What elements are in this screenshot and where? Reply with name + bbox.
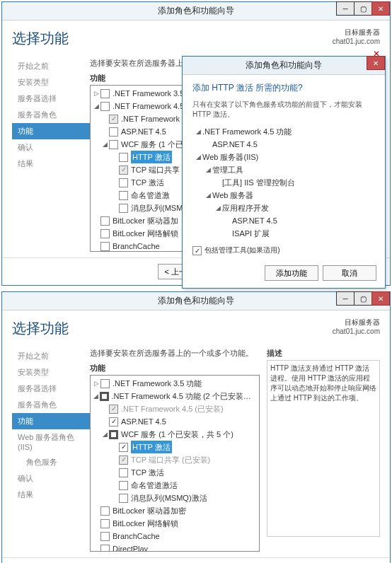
minimize-button[interactable]: ─ xyxy=(336,1,354,16)
close-button[interactable]: ✕ xyxy=(371,1,390,16)
tree-row[interactable]: ▷ASP.NET 4.5 xyxy=(91,415,259,428)
checkbox[interactable] xyxy=(109,417,118,426)
checkbox[interactable] xyxy=(100,242,110,251)
tree-row[interactable]: ◢.NET Framework 4.5 功能 (2 个已安装，共 7 个) xyxy=(91,390,259,402)
checkbox[interactable] xyxy=(119,166,128,175)
nav-step[interactable]: 服务器选择 xyxy=(12,91,90,107)
dependency-label: 管理工具 xyxy=(212,163,243,176)
checkbox[interactable] xyxy=(100,89,110,98)
collapse-icon: ◢ xyxy=(194,151,202,163)
checkbox[interactable] xyxy=(119,468,128,477)
tree-label: DirectPlay xyxy=(113,542,148,552)
nav-step[interactable]: 安装类型 xyxy=(12,74,90,91)
tree-row[interactable]: ▷DirectPlay xyxy=(91,542,259,552)
checkbox[interactable] xyxy=(109,127,118,137)
nav-step[interactable]: 结果 xyxy=(12,156,90,172)
collapse-icon[interactable]: ◢ xyxy=(100,428,109,441)
tree-row[interactable]: ▷.NET Framework 3.5 功能 xyxy=(91,377,259,390)
checkbox[interactable] xyxy=(100,506,110,516)
tree-label: HTTP 激活 xyxy=(131,441,172,453)
collapse-icon[interactable]: ◢ xyxy=(100,138,109,151)
tree-row[interactable]: ◢WCF 服务 (1 个已安装，共 5 个) xyxy=(91,428,259,441)
checkbox[interactable] xyxy=(119,494,128,503)
tree-row[interactable]: ▷BitLocker 网络解锁 xyxy=(91,517,259,530)
features-tree[interactable]: ▷.NET Framework 3.5 功能◢.NET Framework 4.… xyxy=(90,375,260,552)
checkbox[interactable] xyxy=(119,481,128,490)
checkbox[interactable] xyxy=(100,229,110,238)
desc-label: 描述 xyxy=(267,348,380,359)
dependency-dialog: 添加角色和功能向导 ✕ 添加 HTTP 激活 所需的功能? 只有在安装了以下角色… xyxy=(182,56,386,289)
tree-row[interactable]: ▷TCP 激活 xyxy=(91,466,259,479)
nav-step[interactable]: 服务器角色 xyxy=(12,107,90,123)
include-tools-checkbox[interactable] xyxy=(192,246,202,255)
tree-row[interactable]: ▷.NET Framework 4.5 (已安装) xyxy=(91,402,259,415)
tree-row[interactable]: ▷HTTP 激活 xyxy=(91,441,259,453)
checkbox[interactable] xyxy=(119,191,128,200)
nav-step[interactable]: 确认 xyxy=(12,139,90,156)
checkbox[interactable] xyxy=(109,405,118,414)
dialog-cancel-button[interactable]: 取消 xyxy=(323,265,376,281)
nav-step[interactable]: 服务器角色 xyxy=(12,397,90,413)
checkbox[interactable] xyxy=(119,455,128,465)
collapse-icon[interactable]: ◢ xyxy=(92,390,100,402)
collapse-icon: ◢ xyxy=(194,125,202,138)
dependency-item: ◢管理工具 xyxy=(194,163,375,176)
wizard-window-1: 添加角色和功能向导 ─ ▢ ✕ 选择功能 目标服务器 chat01.juc.co… xyxy=(1,1,391,286)
checkbox[interactable] xyxy=(100,532,110,541)
checkbox[interactable] xyxy=(100,216,110,226)
nav-step[interactable]: 功能 xyxy=(12,123,90,139)
expand-icon[interactable]: ▷ xyxy=(92,377,100,390)
tree-label: .NET Framework xyxy=(121,112,180,125)
collapse-icon: ◢ xyxy=(204,189,212,202)
minimize-button[interactable]: ─ xyxy=(336,291,354,306)
checkbox[interactable] xyxy=(100,379,110,388)
dependency-tree: ◢.NET Framework 4.5 功能▷ASP.NET 4.5◢Web 服… xyxy=(194,125,375,240)
nav-step[interactable]: 服务器选择 xyxy=(12,381,90,397)
close-button[interactable]: ✕ xyxy=(371,291,390,306)
tree-label: ASP.NET 4.5 xyxy=(121,125,166,138)
checkbox[interactable] xyxy=(119,178,128,187)
tree-row[interactable]: ▷TCP 端口共享 (已安装) xyxy=(91,453,259,466)
nav-step[interactable]: 确认 xyxy=(12,470,90,487)
tree-label: 命名管道激活 xyxy=(131,479,178,492)
checkbox[interactable] xyxy=(109,115,118,124)
checkbox[interactable] xyxy=(109,430,118,439)
nav-step[interactable]: Web 服务器角色(IIS) xyxy=(12,429,90,454)
target-server: 目标服务器 chat01.juc.com xyxy=(333,318,380,335)
nav-step[interactable]: 角色服务 xyxy=(12,454,90,470)
add-features-button[interactable]: 添加功能 xyxy=(265,265,318,281)
checkbox[interactable] xyxy=(100,392,109,401)
expand-icon[interactable]: ▷ xyxy=(92,87,100,100)
target-server: 目标服务器 chat01.juc.com xyxy=(333,28,380,45)
checkbox[interactable] xyxy=(119,204,128,213)
tree-row[interactable]: ▷BranchCache xyxy=(91,530,259,542)
dialog-close-button[interactable]: ✕ xyxy=(367,56,385,70)
checkbox[interactable] xyxy=(100,519,110,528)
nav-step[interactable]: 开始之前 xyxy=(12,58,90,74)
tree-row[interactable]: ▷BitLocker 驱动器加密 xyxy=(91,504,259,517)
tree-label: BitLocker 驱动器加 xyxy=(113,214,178,227)
tree-label: .NET Framework 3.5 功能 xyxy=(113,377,202,390)
collapse-icon: ◢ xyxy=(204,163,212,176)
checkbox[interactable] xyxy=(109,140,118,149)
tree-label: TCP 激活 xyxy=(131,176,164,189)
dependency-label: 应用程序开发 xyxy=(222,202,269,214)
checkbox[interactable] xyxy=(119,153,128,162)
checkbox[interactable] xyxy=(119,443,128,452)
tree-row[interactable]: ▷命名管道激活 xyxy=(91,479,259,492)
nav-step[interactable]: 开始之前 xyxy=(12,348,90,364)
tree-label: 消息队列(MSM xyxy=(131,202,183,214)
dependency-label: ASP.NET 4.5 xyxy=(232,214,277,227)
tree-label: TCP 端口共享 xyxy=(131,163,180,176)
nav-step[interactable]: 功能 xyxy=(12,413,90,429)
tree-row[interactable]: ▷消息队列(MSMQ)激活 xyxy=(91,492,259,504)
window-controls: ─ ▢ ✕ xyxy=(337,1,390,16)
nav-step[interactable]: 安装类型 xyxy=(12,364,90,381)
nav-step[interactable]: 结果 xyxy=(12,487,90,503)
checkbox[interactable] xyxy=(100,545,110,552)
maximize-button[interactable]: ▢ xyxy=(354,1,372,16)
checkbox[interactable] xyxy=(100,102,110,111)
maximize-button[interactable]: ▢ xyxy=(354,291,372,306)
tree-label: TCP 激活 xyxy=(131,466,164,479)
collapse-icon[interactable]: ◢ xyxy=(92,100,100,112)
